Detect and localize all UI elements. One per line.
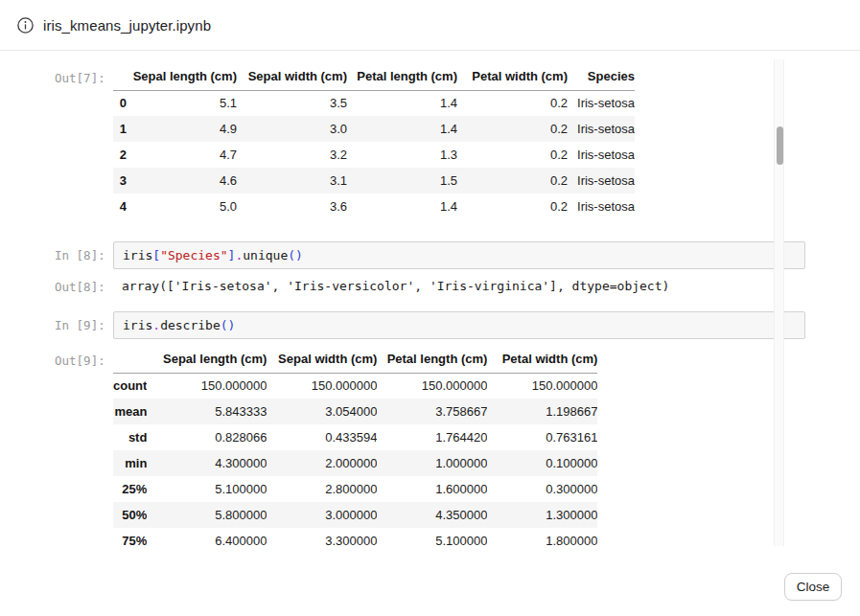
table-cell: 0.763161 bbox=[487, 424, 597, 450]
in9-code-cell: iris.describe() bbox=[113, 311, 805, 339]
code-token-id: iris bbox=[123, 318, 152, 332]
table-cell: 0.433594 bbox=[267, 424, 377, 450]
header-row: Sepal length (cm)Sepal width (cm)Petal l… bbox=[113, 63, 635, 90]
table-cell: 6.400000 bbox=[147, 528, 267, 552]
vertical-scrollbar-track[interactable] bbox=[774, 59, 784, 546]
table-row: 34.63.11.50.2Iris-setosa bbox=[113, 168, 635, 194]
modal-header: iris_kmeans_jupyter.ipynb bbox=[0, 0, 860, 51]
in8-code-cell: iris["Species"].unique() bbox=[113, 241, 805, 269]
table-cell: 1.000000 bbox=[377, 450, 487, 476]
table-cell: 4.6 bbox=[127, 168, 237, 194]
table-cell: 1.800000 bbox=[487, 528, 597, 552]
table-row: 50%5.8000003.0000004.3500001.300000 bbox=[113, 502, 597, 528]
table-cell: 4.300000 bbox=[147, 450, 267, 476]
table-cell: 0.2 bbox=[457, 90, 568, 116]
row-label: count bbox=[113, 373, 147, 399]
header-row: Sepal length (cm)Sepal width (cm)Petal l… bbox=[113, 346, 597, 373]
in9-prompt: In [9]: bbox=[55, 311, 113, 332]
column-header bbox=[113, 63, 127, 90]
code-token-punct: [ bbox=[152, 248, 160, 262]
table-cell: Iris-setosa bbox=[568, 194, 635, 219]
table-cell: 3.300000 bbox=[267, 528, 377, 552]
row-label: 50% bbox=[113, 502, 147, 528]
column-header bbox=[113, 346, 147, 373]
column-header: Sepal width (cm) bbox=[267, 346, 377, 373]
notebook-preview-content: Out[7]: Sepal length (cm)Sepal width (cm… bbox=[0, 51, 860, 552]
table-cell: 5.0 bbox=[127, 194, 237, 219]
table-cell: 0.2 bbox=[457, 168, 568, 194]
table-cell: 3.2 bbox=[237, 142, 347, 168]
table-cell: Iris-setosa bbox=[568, 142, 635, 168]
row-label: 4 bbox=[113, 194, 127, 219]
table-cell: 3.1 bbox=[237, 168, 347, 194]
code-token-str: "Species" bbox=[160, 248, 227, 262]
column-header: Petal length (cm) bbox=[377, 346, 487, 373]
code-token-punct: () bbox=[288, 248, 303, 262]
table-cell: 1.3 bbox=[347, 142, 457, 168]
cell-in9: In [9]: iris.describe() bbox=[55, 311, 860, 339]
table-row: 14.93.01.40.2Iris-setosa bbox=[113, 116, 635, 142]
table-cell: 1.764420 bbox=[377, 424, 487, 450]
out8-prompt: Out[8]: bbox=[55, 278, 113, 294]
row-label: 0 bbox=[113, 90, 127, 116]
row-label: 25% bbox=[113, 476, 147, 502]
out9-prompt: Out[9]: bbox=[55, 346, 113, 368]
table-cell: 5.800000 bbox=[147, 502, 267, 528]
row-label: mean bbox=[113, 399, 147, 424]
table-cell: 3.5 bbox=[237, 90, 347, 116]
row-label: min bbox=[113, 450, 147, 476]
column-header: Species bbox=[568, 63, 635, 90]
code-token-id: unique bbox=[243, 248, 288, 262]
table-cell: 0.2 bbox=[457, 116, 568, 142]
table-cell: 150.000000 bbox=[147, 373, 267, 399]
code-token-id: iris bbox=[123, 248, 152, 262]
cell-in8: In [8]: iris["Species"].unique() bbox=[55, 241, 860, 269]
table-cell: Iris-setosa bbox=[568, 168, 635, 194]
table-cell: 150.000000 bbox=[377, 373, 487, 399]
table-row: std0.8280660.4335941.7644200.763161 bbox=[113, 424, 597, 450]
table-cell: 1.5 bbox=[347, 168, 457, 194]
table-cell: 4.9 bbox=[127, 116, 237, 142]
table-cell: 5.1 bbox=[127, 90, 237, 116]
cell-out9: Out[9]: Sepal length (cm)Sepal width (cm… bbox=[55, 346, 860, 552]
code-token-punct: () bbox=[221, 318, 236, 332]
table-cell: 0.2 bbox=[457, 142, 568, 168]
table-cell: 5.100000 bbox=[377, 528, 487, 552]
table-cell: 0.100000 bbox=[487, 450, 597, 476]
row-label: std bbox=[113, 424, 147, 450]
table-cell: 5.100000 bbox=[147, 476, 267, 502]
vertical-scrollbar-thumb[interactable] bbox=[777, 126, 783, 165]
table-row: 05.13.51.40.2Iris-setosa bbox=[113, 90, 635, 116]
table-cell: 1.4 bbox=[347, 90, 457, 116]
out7-prompt: Out[7]: bbox=[55, 63, 113, 85]
column-header: Petal length (cm) bbox=[347, 63, 457, 90]
table-cell: 3.0 bbox=[237, 116, 347, 142]
table-row: 25%5.1000002.8000001.6000000.300000 bbox=[113, 476, 597, 502]
table-cell: 150.000000 bbox=[267, 373, 377, 399]
table-cell: 3.054000 bbox=[267, 399, 377, 424]
cell-out7: Out[7]: Sepal length (cm)Sepal width (cm… bbox=[55, 63, 860, 219]
table-cell: 1.198667 bbox=[487, 399, 597, 424]
in8-prompt: In [8]: bbox=[55, 241, 113, 262]
table-cell: 1.300000 bbox=[487, 502, 597, 528]
row-label: 75% bbox=[113, 528, 147, 552]
close-button[interactable]: Close bbox=[784, 573, 842, 601]
out8-text: array(['Iris-setosa', 'Iris-versicolor',… bbox=[113, 278, 669, 295]
table-cell: 5.843333 bbox=[147, 399, 267, 424]
out9-dataframe: Sepal length (cm)Sepal width (cm)Petal l… bbox=[113, 346, 597, 552]
column-header: Sepal length (cm) bbox=[147, 346, 267, 373]
code-token-id: describe bbox=[160, 318, 221, 332]
info-icon bbox=[17, 17, 34, 34]
table-row: 45.03.61.40.2Iris-setosa bbox=[113, 194, 635, 219]
in8-code: iris["Species"].unique() bbox=[123, 248, 303, 262]
out7-dataframe: Sepal length (cm)Sepal width (cm)Petal l… bbox=[113, 63, 635, 219]
table-cell: 0.300000 bbox=[487, 476, 597, 502]
table-cell: 0.828066 bbox=[147, 424, 267, 450]
table-cell: 1.600000 bbox=[377, 476, 487, 502]
table-cell: 4.7 bbox=[127, 142, 237, 168]
in9-code: iris.describe() bbox=[123, 318, 235, 332]
cell-out8: Out[8]: array(['Iris-setosa', 'Iris-vers… bbox=[55, 278, 860, 295]
row-label: 3 bbox=[113, 168, 127, 194]
table-row: count150.000000150.000000150.000000150.0… bbox=[113, 373, 597, 399]
column-header: Sepal width (cm) bbox=[237, 63, 347, 90]
